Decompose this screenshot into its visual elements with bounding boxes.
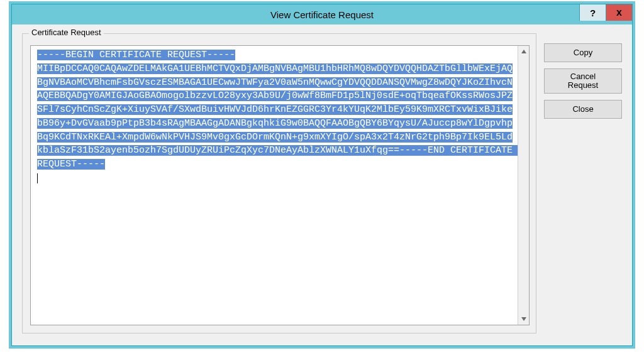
certificate-text-area[interactable]: -----BEGIN CERTIFICATE REQUEST----- MIIB… [30, 45, 530, 325]
close-button[interactable]: Close [544, 100, 622, 119]
certificate-text-content[interactable]: -----BEGIN CERTIFICATE REQUEST----- MIIB… [31, 46, 518, 325]
titlebar-button-group: ? x [579, 4, 632, 21]
selected-text: -----BEGIN CERTIFICATE REQUEST----- MIIB… [37, 50, 518, 170]
scroll-down-button[interactable] [518, 313, 529, 325]
dialog-window: View Certificate Request ? x Certificate… [11, 4, 633, 346]
certificate-request-group: Certificate Request -----BEGIN CERTIFICA… [22, 33, 536, 334]
close-icon: x [616, 7, 622, 18]
text-caret [37, 173, 38, 183]
groupbox-label: Certificate Request [29, 28, 104, 37]
chevron-up-icon [521, 50, 526, 53]
window-close-button[interactable]: x [606, 4, 632, 21]
copy-button[interactable]: Copy [544, 43, 622, 62]
window-title: View Certificate Request [270, 9, 374, 20]
client-area: Certificate Request -----BEGIN CERTIFICA… [12, 24, 632, 345]
chevron-down-icon [521, 317, 526, 321]
cancel-request-label: Cancel Request [568, 72, 598, 90]
title-bar: View Certificate Request ? x [12, 4, 632, 24]
action-button-panel: Copy Cancel Request Close [544, 43, 622, 119]
question-icon: ? [590, 8, 596, 18]
scroll-up-button[interactable] [518, 46, 529, 57]
help-button[interactable]: ? [579, 4, 606, 21]
vertical-scrollbar[interactable] [518, 46, 529, 325]
scrollbar-track[interactable] [518, 57, 529, 313]
cancel-request-button[interactable]: Cancel Request [544, 68, 622, 94]
